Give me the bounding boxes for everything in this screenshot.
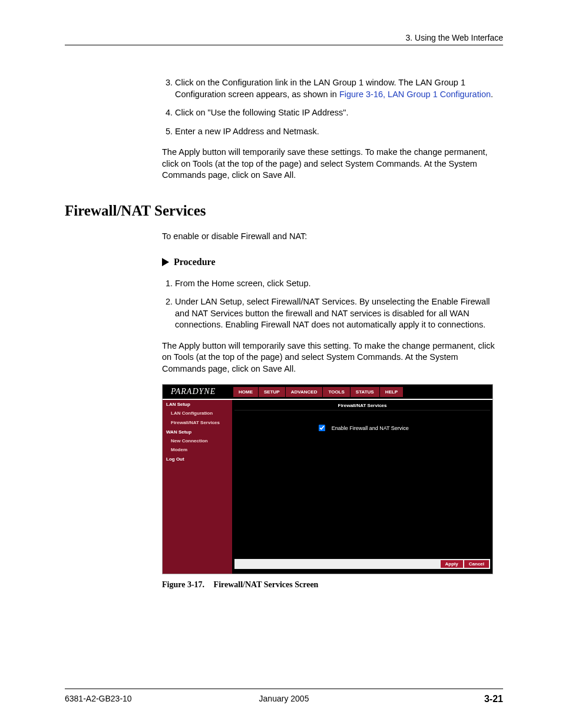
tab-tools[interactable]: TOOLS	[323, 387, 349, 397]
tab-status[interactable]: STATUS	[351, 387, 379, 397]
enable-firewall-checkbox[interactable]	[319, 425, 325, 431]
figure-screenshot: PARADYNE HOME SETUP ADVANCED TOOLS STATU…	[162, 384, 493, 574]
steps-block-a: Click on the Configuration link in the L…	[162, 77, 503, 181]
step-text: From the Home screen, click Setup.	[175, 279, 310, 288]
step-4: Click on "Use the following Static IP Ad…	[175, 107, 503, 119]
chapter-title: 3. Using the Web Interface	[406, 33, 504, 42]
step-3: Click on the Configuration link in the L…	[175, 77, 503, 100]
sidebar-lan-setup[interactable]: LAN Setup	[163, 400, 232, 409]
cancel-button[interactable]: Cancel	[464, 560, 489, 568]
triangle-icon	[162, 258, 169, 266]
footer-date: January 2005	[211, 694, 357, 704]
section-intro: To enable or disable Firewall and NAT:	[162, 231, 503, 243]
figure-sidebar: LAN Setup LAN Configuration Firewall/NAT…	[163, 400, 232, 574]
figure-link[interactable]: Figure 3-16, LAN Group 1 Configuration	[339, 90, 491, 99]
tab-help[interactable]: HELP	[380, 387, 403, 397]
step-text: Under LAN Setup, select Firewall/NAT Ser…	[175, 297, 490, 329]
section-intro-block: To enable or disable Firewall and NAT:	[162, 231, 503, 243]
button-bar: Apply Cancel	[234, 559, 490, 569]
figure-main-pane: Firewall/NAT Services Enable Firewall an…	[232, 400, 492, 574]
procedure-marker: Procedure	[162, 257, 503, 267]
figure-number: Figure 3-17.	[162, 580, 204, 589]
figure-top-bar: PARADYNE HOME SETUP ADVANCED TOOLS STATU…	[163, 385, 492, 399]
apply-button[interactable]: Apply	[441, 560, 463, 568]
sidebar-fill	[163, 464, 232, 558]
step-b1: From the Home screen, click Setup.	[175, 278, 503, 290]
sidebar-new-connection[interactable]: New Connection	[163, 436, 232, 446]
tab-setup[interactable]: SETUP	[259, 387, 285, 397]
step-5: Enter a new IP Address and Netmask.	[175, 126, 503, 138]
paragraph-save-note-b: The Apply button will temporarily save t…	[162, 340, 503, 375]
figure-caption: Figure 3-17. Firewall/NAT Services Scree…	[162, 580, 503, 590]
steps-block-b: From the Home screen, click Setup. Under…	[162, 278, 503, 375]
footer-docnum: 6381-A2-GB23-10	[65, 694, 211, 704]
brand-logo: PARADYNE	[163, 387, 233, 396]
procedure-label: Procedure	[174, 257, 216, 267]
section-heading: Firewall/NAT Services	[65, 203, 503, 219]
page-header: 3. Using the Web Interface	[65, 33, 503, 45]
step-b2: Under LAN Setup, select Firewall/NAT Ser…	[175, 296, 503, 331]
figure-title: Firewall/NAT Services Screen	[214, 580, 319, 589]
sidebar-lan-configuration[interactable]: LAN Configuration	[163, 409, 232, 418]
step-text-post: .	[491, 90, 493, 99]
footer-page: 3-21	[357, 694, 503, 704]
nav-tabs: HOME SETUP ADVANCED TOOLS STATUS HELP	[233, 387, 403, 397]
step-text: Enter a new IP Address and Netmask.	[175, 127, 319, 136]
sidebar-wan-setup[interactable]: WAN Setup	[163, 428, 232, 436]
sidebar-firewall-nat[interactable]: Firewall/NAT Services	[163, 418, 232, 428]
page-footer: 6381-A2-GB23-10 January 2005 3-21	[65, 689, 503, 704]
step-text: Click on "Use the following Static IP Ad…	[175, 108, 349, 117]
tab-advanced[interactable]: ADVANCED	[286, 387, 323, 397]
paragraph-save-note-a: The Apply button will temporarily save t…	[162, 147, 503, 181]
panel-title: Firewall/NAT Services	[234, 401, 490, 411]
enable-firewall-label: Enable Firewall and NAT Service	[332, 425, 409, 431]
panel-content: Enable Firewall and NAT Service	[234, 414, 490, 558]
sidebar-log-out[interactable]: Log Out	[163, 455, 232, 464]
figure-body: LAN Setup LAN Configuration Firewall/NAT…	[163, 399, 492, 574]
tab-home[interactable]: HOME	[233, 387, 258, 397]
sidebar-modem[interactable]: Modem	[163, 445, 232, 455]
